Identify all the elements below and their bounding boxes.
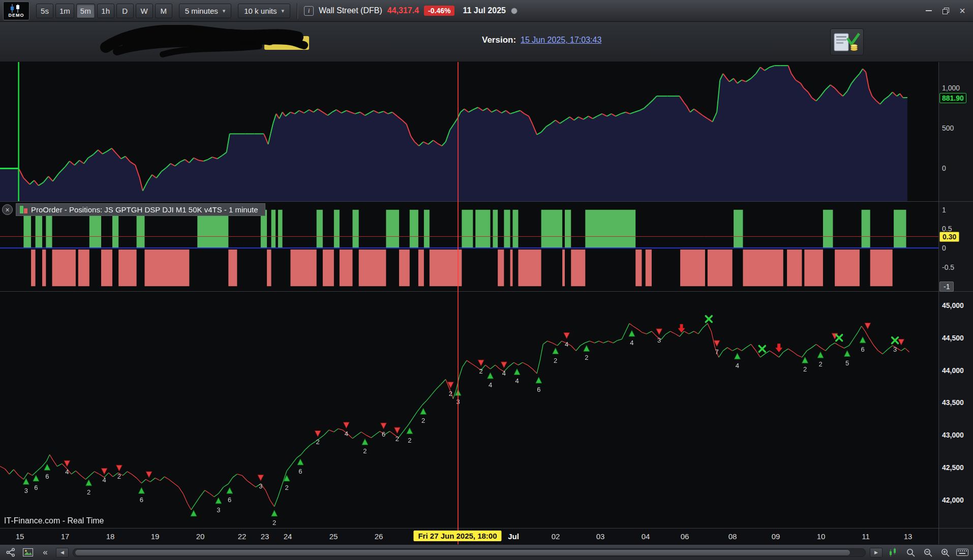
collapse-button[interactable]: «: [39, 547, 52, 558]
x-axis-label: 15: [16, 532, 24, 541]
current-date: 11 Jul 2025: [463, 6, 506, 15]
timeframe-button-1m[interactable]: 1m: [55, 4, 74, 18]
x-axis-label: 23: [261, 532, 269, 541]
candlestick-logo-icon: [10, 4, 23, 13]
units-dropdown[interactable]: 10 k units ▾: [238, 4, 290, 18]
indicator-label: ProOrder - Positions: JS GPTGH DSP DJI M…: [16, 203, 265, 216]
x-axis-label: Jul: [508, 532, 519, 541]
indicator-title-strip: × ProOrder - Positions: JS GPTGH DSP DJI…: [2, 203, 265, 216]
timeframe-button-5m[interactable]: 5m: [76, 4, 95, 18]
restore-icon: [942, 8, 949, 14]
period-dropdown[interactable]: 5 minutes ▾: [179, 4, 232, 18]
snapshot-button[interactable]: [21, 547, 35, 558]
axis-value-badge: 881.90: [939, 93, 966, 103]
axis-tick-label: 0: [942, 164, 946, 173]
axis-tick-label: 42,000: [942, 495, 964, 505]
x-axis-label: 25: [329, 532, 338, 541]
demo-label: DEMO: [9, 13, 24, 18]
minimize-button[interactable]: [921, 5, 936, 17]
equity-axis: 1,0005000881.90: [939, 62, 973, 202]
timeframe-button-D[interactable]: D: [116, 4, 134, 18]
close-indicator-button[interactable]: ×: [2, 204, 13, 215]
report-check-coins-icon: [833, 32, 861, 53]
axis-tick-label: 500: [942, 123, 954, 133]
watermark: IT-Finance.com - Real Time: [4, 516, 104, 525]
keyboard-shortcuts-button[interactable]: [956, 547, 969, 558]
last-price: 44,317.4: [387, 6, 419, 15]
axis-corner: [939, 528, 973, 544]
keyboard-icon: [956, 549, 968, 556]
version-link[interactable]: 15 Jun 2025, 17:03:43: [521, 36, 601, 45]
zoom-out-button[interactable]: [921, 547, 934, 558]
window-controls: ×: [921, 5, 970, 17]
zoom-in-icon: [940, 548, 950, 557]
zoom-in-button[interactable]: [938, 547, 952, 558]
close-icon: ×: [959, 6, 965, 16]
price-axis: 45,00044,50044,00043,50043,00042,50042,0…: [939, 292, 973, 528]
version-info: Version: 15 Jun 2025, 17:03:43: [482, 35, 601, 45]
timeframe-button-group: 5s1m5m1hDWM: [36, 4, 172, 18]
share-icon: [6, 548, 15, 557]
period-dropdown-value: 5 minutes: [185, 7, 218, 15]
top-toolbar: DEMO 5s1m5m1hDWM 5 minutes ▾ 10 k units …: [0, 0, 973, 22]
x-axis-label: 24: [284, 532, 292, 541]
axis-tick-label: 42,500: [942, 463, 964, 472]
share-button[interactable]: [4, 547, 17, 558]
equity-chart-canvas[interactable]: [0, 62, 938, 201]
scroll-right-button[interactable]: ▶: [870, 548, 883, 557]
version-label: Version:: [482, 35, 516, 45]
x-axis-label: 06: [681, 532, 689, 541]
units-dropdown-value: 10 k units: [244, 7, 277, 15]
timeframe-button-M[interactable]: M: [155, 4, 172, 18]
image-export-icon: [23, 548, 33, 556]
axis-tick-label: 1: [942, 205, 946, 214]
x-axis-label: 13: [904, 532, 913, 541]
time-axis: Fri 27 Jun 2025, 18:00 15171819202223242…: [0, 528, 938, 544]
price-axis-column[interactable]: 1,0005000881.90 10.50-0.5-10.30 45,00044…: [938, 62, 973, 544]
scroll-left-button[interactable]: ◀: [56, 548, 69, 557]
info-icon[interactable]: i: [304, 6, 314, 16]
minimize-icon: [926, 10, 932, 11]
axis-tick-label: 43,000: [942, 430, 964, 440]
chart-panels: × ProOrder - Positions: JS GPTGH DSP DJI…: [0, 62, 938, 544]
x-axis-label: 02: [552, 532, 560, 541]
x-axis-label: 04: [642, 532, 650, 541]
x-axis-label: 18: [106, 532, 115, 541]
chart-area: × ProOrder - Positions: JS GPTGH DSP DJI…: [0, 62, 973, 544]
portfolio-report-icon[interactable]: [830, 28, 864, 55]
version-row: Version: 15 Jun 2025, 17:03:43: [0, 22, 973, 62]
x-axis-label: 19: [151, 532, 160, 541]
demo-logo[interactable]: DEMO: [3, 2, 29, 20]
timeframe-button-W[interactable]: W: [136, 4, 153, 18]
magnifier-icon: [906, 548, 916, 557]
scrollbar-thumb[interactable]: [75, 549, 850, 556]
chevron-down-icon: ▾: [281, 8, 284, 14]
price-chart-canvas[interactable]: [0, 292, 938, 528]
strategy-button[interactable]: [887, 547, 900, 558]
close-button[interactable]: ×: [955, 5, 970, 17]
x-axis-label: 20: [196, 532, 205, 541]
crosshair-time-badge: Fri 27 Jun 2025, 18:00: [413, 531, 501, 541]
green-candles-icon: [888, 548, 898, 557]
change-percent-badge: -0.46%: [424, 6, 454, 16]
zoom-out-icon: [923, 548, 933, 557]
axis-tick-label: 1,000: [942, 83, 960, 92]
market-status-dot: [511, 8, 518, 14]
x-axis-label: 11: [862, 532, 870, 541]
trading-platform-window: DEMO 5s1m5m1hDWM 5 minutes ▾ 10 k units …: [0, 0, 973, 560]
timeframe-button-1h[interactable]: 1h: [97, 4, 114, 18]
x-axis-label: 08: [728, 532, 737, 541]
x-axis-label: 26: [375, 532, 383, 541]
redaction-scribble: [97, 25, 315, 58]
timeframe-button-5s[interactable]: 5s: [36, 4, 53, 18]
equity-curve-panel: [0, 62, 938, 202]
axis-tick-label: -0.5: [942, 263, 954, 272]
horizontal-scrollbar[interactable]: [73, 548, 866, 557]
x-axis-label: 03: [596, 532, 605, 541]
x-axis-label: 22: [238, 532, 247, 541]
zoom-select-button[interactable]: [904, 547, 917, 558]
restore-button[interactable]: [938, 5, 953, 17]
x-axis-label: 10: [817, 532, 826, 541]
axis-tick-label: 45,000: [942, 301, 964, 310]
instrument-info: i Wall Street (DFB) 44,317.4 -0.46% 11 J…: [304, 6, 518, 16]
